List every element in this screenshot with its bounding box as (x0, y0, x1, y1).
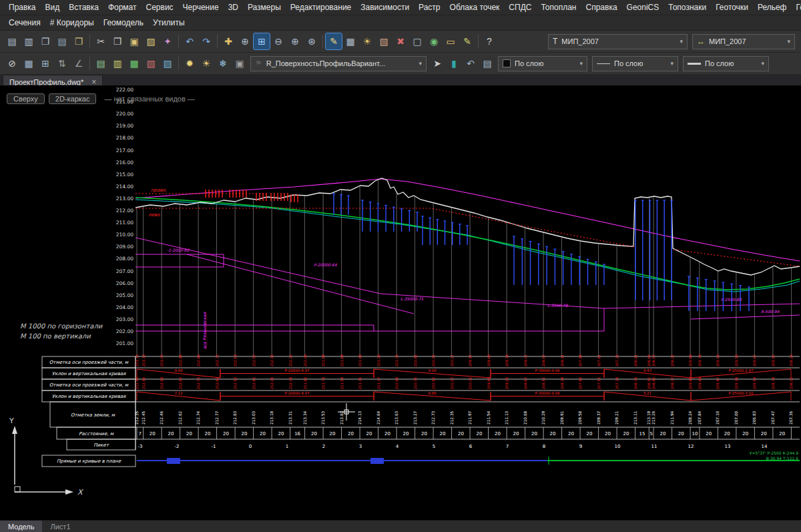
layer-combo[interactable]: ⚑ R_ПоверхностьПрофильВариант... ▾ (250, 56, 427, 71)
plot-preview-icon[interactable]: ❐ (37, 33, 53, 49)
make-object-layer-icon[interactable]: ➤ (429, 55, 445, 71)
svg-text:213.34: 213.34 (303, 411, 307, 425)
menu-item[interactable]: СПДС (504, 1, 536, 13)
menu-item[interactable]: Сервис (142, 1, 178, 13)
zoom-in-icon[interactable]: ⊕ (287, 33, 303, 49)
svg-text:X: X (77, 488, 84, 497)
menu-item[interactable]: Вставка (64, 1, 103, 13)
table-grid-icon[interactable]: ▦ (21, 55, 37, 71)
menu-item[interactable]: Топознаки (663, 1, 711, 13)
tab-model[interactable]: Модель (0, 521, 42, 532)
text-style-combo[interactable]: Т МИП_2007 ▾ (548, 34, 688, 49)
svg-text:211.88: 211.88 (321, 354, 325, 366)
menu-item[interactable]: Утилиты (148, 17, 190, 29)
color-swatch (503, 59, 511, 67)
cut-icon[interactable]: ✂ (93, 33, 109, 49)
svg-text:205.39: 205.39 (734, 377, 738, 389)
plot-style-icon[interactable]: ▧ (376, 33, 392, 49)
viewport-view-control[interactable]: Сверху (7, 93, 45, 104)
zoom-extents-icon[interactable]: ⊛ (304, 33, 320, 49)
profile-drawing-canvas[interactable]: 222.00221.00220.00219.00218.00217.00216.… (0, 85, 801, 521)
drawing-viewport[interactable]: 222.00221.00220.00219.00218.00217.00216.… (0, 85, 801, 521)
menu-item[interactable]: Растр (414, 1, 445, 13)
menu-item[interactable]: Облака точек (445, 1, 505, 13)
chevron-down-icon[interactable]: ▾ (761, 60, 764, 67)
lock-icon[interactable]: ▣ (232, 55, 248, 71)
publish-icon[interactable]: ▤ (54, 33, 70, 49)
menu-item[interactable]: Топоплан (536, 1, 581, 13)
page-setup-icon[interactable]: ▥ (21, 33, 37, 49)
chevron-down-icon[interactable]: ▾ (670, 60, 674, 67)
zoom-realtime-icon[interactable]: ⊕ (237, 33, 253, 49)
layout-icon[interactable]: ▭ (443, 33, 459, 49)
bulb-icon[interactable]: ✹ (182, 55, 198, 71)
tab-layout1[interactable]: Лист1 (42, 521, 78, 532)
menu-item[interactable]: Рельеф (753, 1, 792, 13)
zoom-window-icon[interactable]: ⊞ (254, 33, 270, 49)
paste-special-icon[interactable]: ▨ (143, 33, 159, 49)
layer-n-icon[interactable]: ▨ (160, 55, 176, 71)
chevron-down-icon[interactable]: ▾ (787, 38, 790, 45)
zoom-previous-icon[interactable]: ⊖ (270, 33, 286, 49)
color-combo[interactable]: По слою ▾ (498, 56, 587, 71)
menu-item[interactable]: Геомодель (99, 17, 148, 29)
match-properties-icon[interactable]: ✦ (160, 33, 176, 49)
svg-text:20: 20 (678, 431, 684, 437)
help-icon[interactable]: ? (481, 33, 497, 49)
sheet-set-icon[interactable]: ▦ (342, 33, 358, 49)
lineweight-combo[interactable]: По слою ▾ (683, 56, 769, 71)
layer-red-icon[interactable]: ▧ (143, 55, 159, 71)
svg-text:206.83: 206.83 (752, 411, 756, 425)
menu-item[interactable]: Правка (4, 1, 41, 13)
layer-green-icon[interactable]: ▦ (126, 55, 142, 71)
undo-icon[interactable]: ↶ (182, 33, 198, 49)
linetype-combo[interactable]: По слою ▾ (592, 56, 678, 71)
svg-text:213.00: 213.00 (116, 196, 134, 202)
pan-icon[interactable]: ✚ (220, 33, 236, 49)
sun-icon[interactable]: ☀ (198, 55, 214, 71)
paste-icon[interactable]: ▣ (126, 33, 142, 49)
viewport-visual-style-control[interactable]: 2D-каркас (49, 93, 97, 104)
menu-item[interactable]: Черчение (178, 1, 224, 13)
redo-icon[interactable]: ↷ (198, 33, 214, 49)
no-plot-icon[interactable]: ⊘ (4, 55, 20, 71)
sketch-pencil-icon[interactable]: ✎ (459, 33, 475, 49)
angle-icon[interactable]: ∠ (71, 55, 87, 71)
chevron-down-icon[interactable]: ▾ (419, 60, 422, 67)
menu-item[interactable]: Редактирование (286, 1, 356, 13)
chevron-down-icon[interactable]: ▾ (579, 60, 583, 67)
menu-item[interactable]: Справка (581, 1, 622, 13)
menu-item[interactable]: # Коридоры (45, 17, 99, 29)
cell-select-icon[interactable]: ⊞ (37, 55, 53, 71)
render-sun-icon[interactable]: ☀ (359, 33, 375, 49)
svg-text:207.47: 207.47 (771, 411, 775, 425)
color-swatch-icon[interactable]: ▮ (446, 55, 462, 71)
etransmit-icon[interactable]: ❐ (71, 33, 87, 49)
dim-style-combo[interactable]: ↔ МИП_2007 ▾ (692, 34, 795, 49)
menu-item[interactable]: GeoniCS (622, 1, 664, 13)
menu-item[interactable]: Вид (41, 1, 65, 13)
menu-item[interactable]: Горизонтали (791, 1, 801, 13)
menu-item[interactable]: Размеры (243, 1, 286, 13)
copy-icon[interactable]: ❐ (109, 33, 125, 49)
menu-item[interactable]: Геоточки (711, 1, 753, 13)
layer-group-icon[interactable]: ▤ (93, 55, 109, 71)
web-icon[interactable]: ◉ (426, 33, 442, 49)
menu-item[interactable]: 3D (224, 1, 243, 13)
menu-item[interactable]: Формат (103, 1, 142, 13)
layer-states-icon[interactable]: ▤ (479, 55, 495, 71)
toolbar-separator (89, 35, 90, 48)
menu-item[interactable]: Зависимости (356, 1, 414, 13)
delete-window-icon[interactable]: ✖ (392, 33, 409, 49)
layer-flag-icon: ⚑ (255, 59, 262, 68)
layer-previous-icon[interactable]: ↶ (463, 55, 479, 71)
layer-yellow-icon[interactable]: ▥ (109, 55, 125, 71)
chevron-down-icon[interactable]: ▾ (680, 38, 683, 45)
pencil-edit-icon[interactable]: ✎ (326, 33, 342, 49)
print-icon[interactable]: ▤ (4, 33, 20, 49)
swap-arrows-icon[interactable]: ⇅ (54, 55, 70, 71)
monitor-icon[interactable]: ▢ (409, 33, 425, 49)
menu-item[interactable]: Сечения (4, 17, 45, 29)
freeze-icon[interactable]: ❄ (215, 55, 231, 71)
svg-text:212.50: 212.50 (252, 354, 256, 366)
